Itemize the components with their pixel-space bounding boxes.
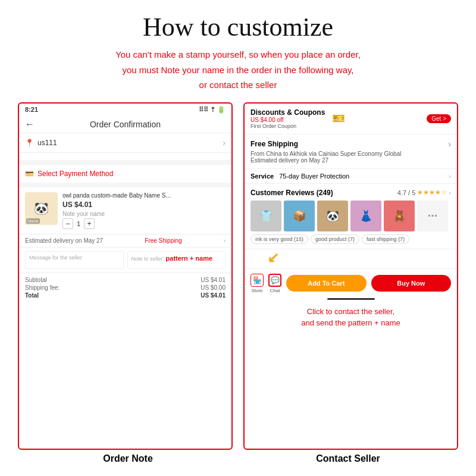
review-images: 👕 📦 🐼 👗 🧸 ···	[250, 201, 451, 231]
message-section: Message for the seller: Note to seller: …	[19, 248, 231, 273]
product-name: owl panda custom-made Baby Name S...	[62, 192, 226, 199]
review-tag-3[interactable]: fast shipping (7)	[362, 234, 409, 244]
delivery-row: Estimated delivery on May 27 Free Shippi…	[19, 234, 231, 248]
note-to-seller[interactable]: Note to seller: pattern + name	[127, 251, 226, 269]
product-section: 🐼 Name owl panda custom-made Baby Name S…	[19, 187, 231, 234]
delivery-text: Estimated delivery on May 27	[25, 237, 103, 244]
right-instruction: Click to contact the seller, and send th…	[245, 302, 457, 333]
panel-labels: Order Note Contact Seller	[18, 453, 458, 464]
message-label: Message for the seller:	[29, 255, 83, 261]
arrow-wrapper: ↙	[245, 249, 457, 268]
yellow-arrow: ↙	[267, 249, 279, 266]
discount-title: Discounts & Coupons	[250, 108, 325, 117]
total-row: Total US $4.01	[25, 292, 226, 299]
review-img-3: 🐼	[317, 201, 348, 231]
coupon-sub: First Order Coupon	[250, 123, 325, 129]
buy-now-button[interactable]: Buy Now	[371, 275, 452, 292]
service-chevron-icon: ›	[449, 173, 451, 180]
right-panel: Discounts & Coupons US $4.00 off First O…	[243, 102, 458, 450]
review-tags: ink is very good (15) good product (7) f…	[250, 234, 451, 244]
address-icon: 📍	[25, 139, 34, 147]
quantity-row: − 1 +	[62, 218, 226, 229]
review-img-4: 👗	[350, 201, 381, 231]
reviews-title: Customer Reviews (249)	[250, 189, 333, 197]
address-row[interactable]: 📍 us111 ›	[19, 133, 231, 153]
shipping-row: Shipping fee: US $0.00	[25, 284, 226, 291]
chat-icon[interactable]: 💬	[268, 274, 281, 287]
main-title: How to customize	[143, 12, 333, 42]
shipping-est: Estimated delivery on May 27	[250, 157, 451, 164]
review-img-5: 🧸	[384, 201, 415, 231]
get-coupon-button[interactable]: Get >	[427, 114, 451, 123]
shipping-fee-label: Shipping fee:	[25, 284, 60, 291]
phone-nav: ← Order Confirmation	[19, 116, 231, 133]
status-icons: ⠿⠿ ⇡ 🔋	[199, 106, 226, 114]
order-note-label: Order Note	[18, 453, 238, 464]
discount-section: Discounts & Coupons US $4.00 off First O…	[245, 104, 457, 134]
review-img-2: 📦	[284, 201, 315, 231]
stars: ★★★★☆	[417, 189, 447, 196]
chat-label: Chat	[270, 288, 280, 293]
shipping-section: Free Shipping › From China to Akhiok via…	[245, 134, 457, 169]
totals-section: Subtotal US $4.01 Shipping fee: US $0.00…	[19, 273, 231, 303]
contact-seller-label: Contact Seller	[238, 453, 458, 464]
shipping-fee-value: US $0.00	[201, 284, 226, 291]
store-icon[interactable]: 🏪	[250, 274, 264, 287]
bottom-bar: 🏪 Store 💬 Chat Add To Cart Buy Now	[245, 268, 457, 298]
qty-decrease[interactable]: −	[62, 218, 73, 229]
note-value: pattern + name	[166, 255, 213, 262]
total-label: Total	[25, 292, 39, 299]
payment-row[interactable]: 💳 Select Payment Method	[19, 165, 231, 187]
service-label: Service	[250, 173, 274, 180]
store-icon-group: 🏪 Store	[250, 274, 264, 293]
subtotal-value: US $4.01	[201, 277, 226, 283]
qty-value: 1	[77, 220, 80, 227]
review-tag-1[interactable]: ink is very good (15)	[250, 234, 308, 244]
reviews-section: Customer Reviews (249) 4.7 / 5 ★★★★☆ › 👕…	[245, 184, 457, 249]
free-shipping-label: Free Shipping	[145, 237, 181, 244]
qty-increase[interactable]: +	[84, 218, 95, 229]
product-image: 🐼 Name	[25, 192, 58, 225]
review-img-more: ···	[417, 201, 448, 231]
total-value: US $4.01	[201, 292, 226, 299]
product-note: Note your name	[62, 211, 226, 217]
chat-icon-group[interactable]: 💬 Chat	[268, 274, 281, 293]
note-label: Note to seller:	[131, 256, 165, 262]
phone-screen: 8:21 ⠿⠿ ⇡ 🔋 ← Order Confirmation 📍 us111…	[19, 104, 231, 449]
service-value: 75-day Buyer Protection	[279, 173, 349, 180]
product-info: owl panda custom-made Baby Name S... US …	[62, 192, 226, 229]
store-label: Store	[251, 288, 262, 293]
shipping-title: Free Shipping	[250, 140, 298, 148]
add-to-cart-button[interactable]: Add To Cart	[286, 275, 367, 292]
status-time: 8:21	[25, 106, 38, 113]
status-bar: 8:21 ⠿⠿ ⇡ 🔋	[19, 104, 231, 116]
reviews-chevron-icon: ›	[449, 189, 451, 196]
coupon-text: US $4.00 off	[250, 117, 325, 123]
subtitle: You can't make a stamp yourself, so when…	[115, 47, 361, 93]
home-indicator	[327, 298, 375, 300]
message-for-seller[interactable]: Message for the seller:	[25, 251, 124, 269]
review-img-1: 👕	[250, 201, 281, 231]
coupon-icon: 🎫	[332, 112, 345, 125]
shipping-chevron-icon: ›	[448, 139, 451, 149]
address-text: us111	[37, 139, 57, 147]
reviews-rating: 4.7 / 5 ★★★★☆ ›	[397, 189, 451, 196]
left-panel: 8:21 ⠿⠿ ⇡ 🔋 ← Order Confirmation 📍 us111…	[18, 102, 233, 450]
address-chevron-icon: ›	[223, 138, 226, 148]
address-extra	[19, 153, 231, 165]
delivery-chevron-icon: ›	[224, 237, 226, 244]
back-button[interactable]: ←	[25, 119, 35, 130]
payment-label: Select Payment Method	[37, 170, 113, 178]
product-price: US $4.01	[62, 201, 226, 209]
service-section: Service 75-day Buyer Protection ›	[245, 169, 457, 184]
subtotal-row: Subtotal US $4.01	[25, 277, 226, 283]
shipping-from: From China to Akhiok via Cainiao Super E…	[250, 151, 451, 157]
review-tag-2[interactable]: good product (7)	[311, 234, 359, 244]
subtotal-label: Subtotal	[25, 277, 47, 283]
bottom-bar-container: 🏪 Store 💬 Chat Add To Cart Buy Now	[245, 268, 457, 302]
payment-icon: 💳	[25, 170, 34, 178]
nav-title: Order Confirmation	[90, 120, 161, 129]
